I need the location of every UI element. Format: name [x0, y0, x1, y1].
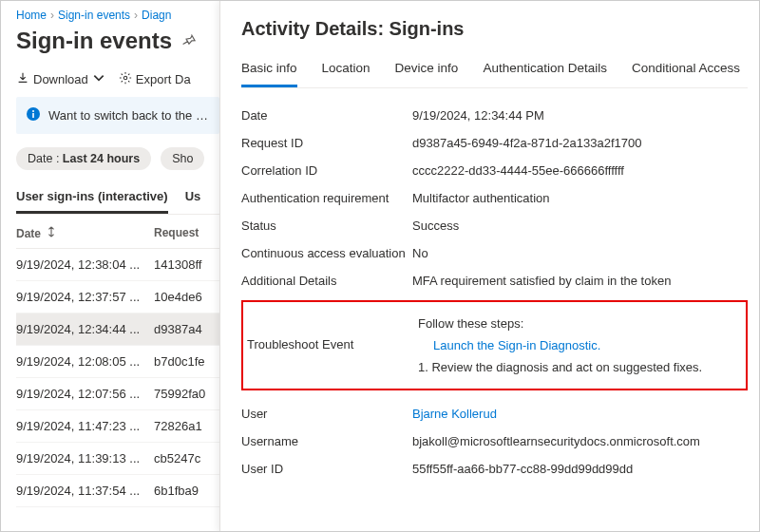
- field-correlation-id: Correlation ID cccc2222-dd33-4444-55ee-6…: [241, 157, 748, 184]
- field-additional-details: Additional Details MFA requirement satis…: [241, 267, 748, 294]
- field-request-id: Request ID d9387a45-6949-4f2a-871d-2a133…: [241, 129, 748, 157]
- tab-user-signins-other[interactable]: Us: [185, 183, 201, 214]
- field-username: Username bjakoll@microsoftlearnsecurityd…: [241, 428, 748, 455]
- chevron-right-icon: ›: [134, 9, 138, 22]
- field-user-id: User ID 55ff55ff-aa66-bb77-cc88-99dd99dd…: [241, 455, 748, 483]
- svg-rect-3: [32, 113, 34, 118]
- cell-request-id: 10e4de6: [154, 290, 219, 304]
- field-value: bjakoll@microsoftlearnsecuritydocs.onmic…: [412, 434, 748, 448]
- detail-title: Activity Details: Sign-ins: [241, 18, 748, 40]
- tab-location[interactable]: Location: [322, 57, 370, 87]
- breadcrumb-diagnostic[interactable]: Diagn: [142, 9, 171, 22]
- breadcrumb-signin-events[interactable]: Sign-in events: [58, 9, 130, 22]
- tab-device-info[interactable]: Device info: [395, 57, 459, 87]
- field-status: Status Success: [241, 212, 748, 239]
- field-troubleshoot-event: Troubleshoot Event Follow these steps: L…: [247, 310, 742, 381]
- col-header-request[interactable]: Request: [154, 226, 219, 240]
- field-key: Request ID: [241, 136, 412, 150]
- toolbar: Download Export Da: [16, 71, 219, 87]
- cell-request-id: 6b1fba9: [154, 484, 219, 498]
- field-continuous-access-evaluation: Continuous access evaluation No: [241, 239, 748, 267]
- table-row[interactable]: 9/19/2024, 11:47:23 ...72826a1: [16, 410, 219, 443]
- svg-point-0: [124, 76, 127, 80]
- troubleshoot-steps: Follow these steps: Launch the Sign-in D…: [418, 316, 742, 374]
- user-link[interactable]: Bjarne Kollerud: [412, 407, 497, 421]
- field-key: Additional Details: [241, 274, 412, 288]
- field-key: Username: [241, 434, 412, 448]
- page-title-row: Sign-in events: [16, 28, 219, 54]
- sort-icon: [47, 226, 56, 240]
- cell-request-id: cb5247c: [154, 451, 219, 466]
- download-button[interactable]: Download: [16, 71, 105, 87]
- date-filter-label: Date :: [28, 152, 59, 165]
- table-row[interactable]: 9/19/2024, 11:39:13 ...cb5247c: [16, 443, 219, 475]
- cell-date: 9/19/2024, 12:38:04 ...: [16, 257, 154, 272]
- field-user: User Bjarne Kollerud: [241, 400, 748, 428]
- export-label: Export Da: [136, 72, 191, 86]
- col-header-date-label: Date: [16, 227, 41, 240]
- table-header: Date Request: [16, 218, 219, 249]
- cell-date: 9/19/2024, 11:37:54 ...: [16, 484, 154, 498]
- breadcrumb-home[interactable]: Home: [16, 9, 47, 22]
- tab-user-signins-interactive[interactable]: User sign-ins (interactive): [16, 183, 168, 214]
- cell-date: 9/19/2024, 11:39:13 ...: [16, 451, 154, 466]
- filter-pills: Date : Last 24 hours Sho: [16, 147, 219, 170]
- field-value: Success: [412, 218, 748, 233]
- tab-conditional-access[interactable]: Conditional Access: [632, 57, 740, 87]
- chevron-right-icon: ›: [50, 9, 54, 22]
- field-value: 55ff55ff-aa66-bb77-cc88-99dd99dd99dd: [412, 462, 748, 476]
- cell-date: 9/19/2024, 11:47:23 ...: [16, 419, 154, 433]
- left-tabs: User sign-ins (interactive) Us: [16, 183, 219, 215]
- table-row[interactable]: 9/19/2024, 12:38:04 ...141308ff: [16, 249, 219, 281]
- field-key: Authentication requirement: [241, 191, 412, 205]
- table-row[interactable]: 9/19/2024, 12:34:44 ...d9387a4: [16, 314, 219, 346]
- show-filter-pill[interactable]: Sho: [161, 147, 204, 170]
- info-bar-text: Want to switch back to the defa: [48, 108, 210, 123]
- download-label: Download: [33, 72, 88, 86]
- field-value: cccc2222-dd33-4444-55ee-666666ffffff: [412, 163, 748, 178]
- field-value: MFA requirement satisfied by claim in th…: [412, 274, 748, 288]
- field-key: Continuous access evaluation: [241, 246, 412, 260]
- troubleshoot-step: 1. Review the diagnosis and act on sugge…: [418, 360, 742, 374]
- field-value: Multifactor authentication: [412, 191, 748, 205]
- cell-request-id: 75992fa0: [154, 387, 219, 401]
- field-key: Troubleshoot Event: [247, 316, 418, 352]
- detail-panel: Activity Details: Sign-ins Basic info Lo…: [219, 1, 760, 532]
- download-icon: [16, 71, 29, 87]
- col-header-date[interactable]: Date: [16, 226, 154, 240]
- troubleshoot-intro: Follow these steps:: [418, 316, 742, 331]
- field-key: Status: [241, 218, 412, 233]
- tab-authentication-details[interactable]: Authentication Details: [483, 57, 607, 87]
- table-row[interactable]: 9/19/2024, 11:37:54 ...6b1fba9: [16, 475, 219, 507]
- detail-tabs: Basic info Location Device info Authenti…: [241, 57, 748, 88]
- field-date: Date 9/19/2024, 12:34:44 PM: [241, 102, 748, 129]
- table-row[interactable]: 9/19/2024, 12:08:05 ...b7d0c1fe: [16, 346, 219, 378]
- svg-point-2: [32, 110, 34, 112]
- cell-request-id: b7d0c1fe: [154, 354, 219, 369]
- cell-request-id: 72826a1: [154, 419, 219, 433]
- tab-basic-info[interactable]: Basic info: [241, 57, 297, 87]
- cell-request-id: d9387a4: [154, 322, 219, 336]
- field-value: 9/19/2024, 12:34:44 PM: [412, 108, 748, 123]
- field-key: Date: [241, 108, 412, 123]
- field-value: d9387a45-6949-4f2a-871d-2a133a2f1700: [412, 136, 748, 150]
- gear-icon: [119, 71, 132, 87]
- table-row[interactable]: 9/19/2024, 12:37:57 ...10e4de6: [16, 281, 219, 314]
- info-bar: Want to switch back to the defa: [16, 97, 219, 134]
- cell-date: 9/19/2024, 12:08:05 ...: [16, 354, 154, 369]
- cell-request-id: 141308ff: [154, 257, 219, 272]
- cell-date: 9/19/2024, 12:34:44 ...: [16, 322, 154, 336]
- field-key: User: [241, 407, 412, 421]
- chevron-down-icon: [92, 71, 105, 87]
- date-filter-value: Last 24 hours: [63, 152, 140, 165]
- page-title: Sign-in events: [16, 28, 172, 54]
- show-filter-label: Sho: [172, 152, 193, 165]
- table-row[interactable]: 9/19/2024, 12:07:56 ...75992fa0: [16, 378, 219, 410]
- breadcrumb: Home › Sign-in events › Diagn: [16, 9, 219, 28]
- field-key: Correlation ID: [241, 163, 412, 178]
- field-auth-requirement: Authentication requirement Multifactor a…: [241, 184, 748, 212]
- date-filter-pill[interactable]: Date : Last 24 hours: [16, 147, 151, 170]
- export-button[interactable]: Export Da: [119, 71, 191, 87]
- pin-icon[interactable]: [181, 32, 197, 50]
- launch-signin-diagnostic-link[interactable]: Launch the Sign-in Diagnostic.: [418, 338, 742, 352]
